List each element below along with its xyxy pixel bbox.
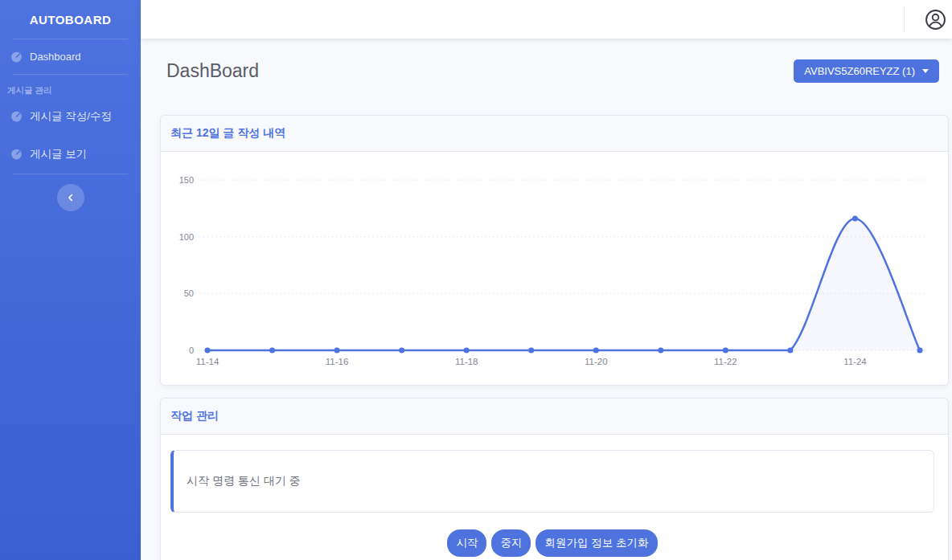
page-header: DashBoard AVBIVS5Z60REYZZ (1) xyxy=(166,59,939,83)
account-dropdown-label: AVBIVS5Z60REYZZ (1) xyxy=(804,65,915,77)
account-dropdown-button[interactable]: AVBIVS5Z60REYZZ (1) xyxy=(794,59,939,83)
svg-text:11-16: 11-16 xyxy=(326,357,349,366)
sidebar-item-post-view[interactable]: 게시글 보기 xyxy=(0,136,141,174)
topbar xyxy=(141,0,952,39)
status-message-box: 시작 명령 통신 대기 중 xyxy=(170,450,934,513)
chevron-left-icon xyxy=(66,193,76,202)
sidebar-collapse-button[interactable] xyxy=(57,184,84,211)
svg-text:11-14: 11-14 xyxy=(196,357,220,366)
stop-button[interactable]: 중지 xyxy=(491,529,531,557)
svg-text:0: 0 xyxy=(189,345,194,355)
user-circle-icon xyxy=(925,9,946,31)
sidebar-item-dashboard[interactable]: Dashboard xyxy=(0,39,141,74)
status-message: 시작 명령 통신 대기 중 xyxy=(187,474,301,487)
sidebar-section-heading: 게시글 관리 xyxy=(0,75,141,98)
task-card-header: 작업 관리 xyxy=(161,399,948,435)
sidebar-item-label: 게시글 보기 xyxy=(30,147,87,161)
user-menu-button[interactable] xyxy=(925,9,946,31)
sidebar-item-post-edit[interactable]: 게시글 작성/수정 xyxy=(0,98,141,136)
page-title: DashBoard xyxy=(166,60,259,82)
task-management-card: 작업 관리 시작 명령 통신 대기 중 시작 중지 회원가입 정보 초기화 xyxy=(160,398,949,560)
sidebar-item-label: 게시글 작성/수정 xyxy=(30,109,112,124)
app-window: AUTOBOARD Dashboard 게시글 관리 게시글 작성/수정 xyxy=(0,0,952,560)
tachometer-icon xyxy=(10,149,23,160)
main-area: DashBoard AVBIVS5Z60REYZZ (1) 최근 12일 글 작… xyxy=(141,0,952,560)
start-button[interactable]: 시작 xyxy=(447,529,486,557)
svg-text:11-24: 11-24 xyxy=(843,357,867,366)
brand-logo[interactable]: AUTOBOARD xyxy=(0,0,141,39)
svg-text:150: 150 xyxy=(179,175,194,185)
sidebar-divider xyxy=(13,174,128,174)
tachometer-icon xyxy=(10,111,23,122)
recent-posts-chart-card: 최근 12일 글 작성 내역 05010015011-1411-1611-181… xyxy=(160,115,949,386)
reset-signup-info-button[interactable]: 회원가입 정보 초기화 xyxy=(536,529,657,557)
topbar-divider xyxy=(904,6,905,32)
svg-text:11-22: 11-22 xyxy=(714,357,737,366)
task-card-body: 시작 명령 통신 대기 중 시작 중지 회원가입 정보 초기화 xyxy=(161,435,948,560)
svg-text:11-18: 11-18 xyxy=(455,357,478,366)
svg-text:50: 50 xyxy=(184,288,194,298)
svg-text:100: 100 xyxy=(179,232,194,242)
chevron-down-icon xyxy=(922,69,929,73)
tachometer-icon xyxy=(10,51,23,63)
chart-card-header: 최근 12일 글 작성 내역 xyxy=(161,116,948,152)
task-button-row: 시작 중지 회원가입 정보 초기화 xyxy=(170,529,934,557)
chart-card-body: 05010015011-1411-1611-1811-2011-2211-24 xyxy=(161,152,948,385)
svg-text:11-20: 11-20 xyxy=(585,357,608,366)
sidebar: AUTOBOARD Dashboard 게시글 관리 게시글 작성/수정 xyxy=(0,0,141,560)
page-content: DashBoard AVBIVS5Z60REYZZ (1) 최근 12일 글 작… xyxy=(141,39,952,560)
sidebar-item-label: Dashboard xyxy=(30,51,81,63)
posts-line-chart: 05010015011-1411-1611-1811-2011-2211-24 xyxy=(161,152,950,385)
